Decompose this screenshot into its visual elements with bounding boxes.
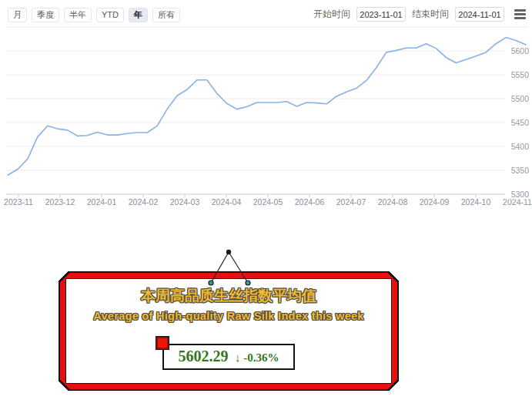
range-button-YTD[interactable]: YTD [96, 8, 124, 22]
y-tick-label: 5400 [511, 142, 530, 151]
index-value: 5602.29 [179, 348, 229, 365]
banner-title-zh: 本周高品质生丝指数平均值 [65, 286, 392, 306]
y-tick-label: 5350 [511, 166, 530, 175]
x-tick-label: 2024-07 [336, 197, 366, 207]
hamburger-menu-icon[interactable] [514, 9, 526, 19]
frame-corner-icon [59, 379, 70, 391]
range-button-年[interactable]: 年 [129, 8, 148, 22]
hanger-apex-dot [226, 250, 231, 254]
x-tick-label: 2024-02 [129, 197, 159, 207]
x-tick-label: 2024-05 [253, 197, 283, 207]
index-line-series [8, 38, 526, 176]
date-controls: 开始时间 结束时间 [313, 7, 526, 22]
x-tick-label: 2023-12 [45, 197, 75, 207]
range-button-季度[interactable]: 季度 [32, 8, 59, 22]
y-tick-label: 5600 [511, 46, 530, 55]
index-line-chart: 2023-112023-122024-012024-022024-032024-… [0, 25, 532, 212]
end-time-input[interactable] [455, 7, 504, 22]
frame-corner-icon [59, 271, 70, 283]
range-buttons: 月季度半年YTD年所有 [8, 8, 180, 22]
index-change: ↓ -0.36% [235, 351, 279, 364]
x-tick-label: 2024-08 [378, 197, 408, 207]
y-tick-label: 5550 [511, 70, 530, 79]
index-value-box: 5602.29 ↓ -0.36% [162, 344, 295, 370]
x-tick-label: 2024-10 [461, 197, 491, 207]
start-time-input[interactable] [356, 7, 406, 22]
y-tick-label: 5450 [511, 118, 530, 127]
frame-corner-icon [387, 271, 399, 283]
range-button-月[interactable]: 月 [8, 8, 27, 22]
index-banner-frame: 本周高品质生丝指数平均值 Average of High-quality Raw… [60, 273, 397, 389]
y-tick-label: 5500 [511, 94, 530, 103]
red-square-icon [156, 337, 169, 349]
x-tick-label: 2023-11 [4, 197, 33, 207]
end-time-label: 结束时间 [412, 8, 449, 21]
range-button-半年[interactable]: 半年 [64, 8, 92, 22]
x-tick-label: 2024-01 [87, 197, 117, 207]
x-tick-label: 2024-04 [212, 197, 242, 207]
silk-index-dashboard: 月季度半年YTD年所有 开始时间 结束时间 2023-112023-122024… [0, 0, 532, 400]
x-tick-label: 2024-06 [295, 197, 325, 207]
x-tick-label: 2024-09 [420, 197, 450, 207]
banner-title-en: Average of High-quality Raw Silk Index t… [65, 310, 392, 322]
y-tick-label: 5300 [511, 190, 530, 199]
start-time-label: 开始时间 [313, 8, 350, 21]
frame-corner-icon [387, 379, 399, 391]
x-tick-label: 2024-03 [170, 197, 200, 207]
range-button-所有[interactable]: 所有 [152, 8, 180, 22]
